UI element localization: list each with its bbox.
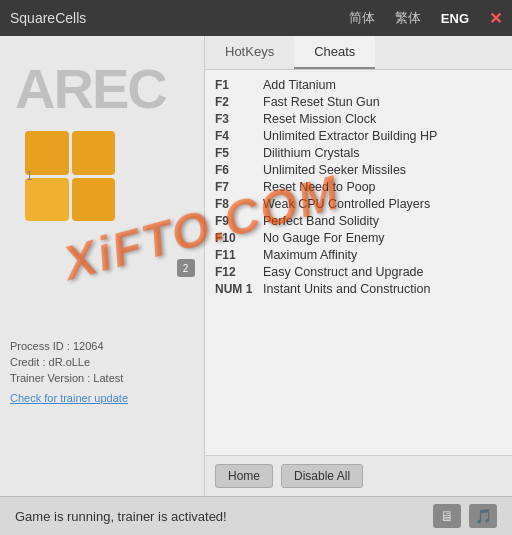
cell-number: 1 [26, 169, 33, 183]
cheat-key: F12 [215, 265, 263, 279]
game-logo: AREC [15, 56, 166, 121]
credit: Credit : dR.oLLe [10, 356, 128, 368]
icon-cell-2: 2 [72, 131, 116, 175]
tab-cheats[interactable]: Cheats [294, 36, 375, 69]
cheat-item[interactable]: F11Maximum Affinity [215, 248, 502, 262]
game-icon: 2 [25, 131, 115, 221]
cheat-item[interactable]: F6Unlimited Seeker Missiles [215, 163, 502, 177]
close-button[interactable]: ✕ [489, 9, 502, 28]
tab-bar: HotKeys Cheats [205, 36, 512, 70]
cheat-name: Fast Reset Stun Gun [263, 95, 380, 109]
cheat-key: F7 [215, 180, 263, 194]
cheat-item[interactable]: F8Weak CPU Controlled Players [215, 197, 502, 211]
status-icons: 🖥 🎵 [433, 504, 497, 528]
cheat-name: Maximum Affinity [263, 248, 357, 262]
cheat-key: F11 [215, 248, 263, 262]
cheat-name: Dilithium Crystals [263, 146, 360, 160]
status-bar: Game is running, trainer is activated! 🖥… [0, 496, 512, 535]
cheat-name: Reset Mission Clock [263, 112, 376, 126]
status-text: Game is running, trainer is activated! [15, 509, 227, 524]
cheat-name: Perfect Band Solidity [263, 214, 379, 228]
cheat-item[interactable]: NUM 1Instant Units and Construction [215, 282, 502, 296]
process-info: Process ID : 12064 Credit : dR.oLLe Trai… [10, 340, 128, 406]
cheat-key: F2 [215, 95, 263, 109]
cheat-key: F1 [215, 78, 263, 92]
icon-badge: 2 [177, 259, 195, 277]
cheat-name: Easy Construct and Upgrade [263, 265, 424, 279]
cheat-name: Instant Units and Construction [263, 282, 430, 296]
icon-cell-3 [25, 178, 69, 222]
left-panel: AREC 2 1 Process ID : 12064 Credit : dR.… [0, 36, 205, 496]
music-icon[interactable]: 🎵 [469, 504, 497, 528]
disable-all-button[interactable]: Disable All [281, 464, 363, 488]
main-content: AREC 2 1 Process ID : 12064 Credit : dR.… [0, 36, 512, 496]
cheat-item[interactable]: F12Easy Construct and Upgrade [215, 265, 502, 279]
cheat-key: F4 [215, 129, 263, 143]
update-link[interactable]: Check for trainer update [10, 392, 128, 404]
cheat-name: Reset Need to Poop [263, 180, 376, 194]
cheat-name: No Gauge For Enemy [263, 231, 385, 245]
cheat-list: F1Add TitaniumF2Fast Reset Stun GunF3Res… [205, 70, 512, 455]
cheat-item[interactable]: F5Dilithium Crystals [215, 146, 502, 160]
cheat-item[interactable]: F3Reset Mission Clock [215, 112, 502, 126]
trainer-version: Trainer Version : Latest [10, 372, 128, 384]
icon-cell-4 [72, 178, 116, 222]
home-button[interactable]: Home [215, 464, 273, 488]
cheat-key: F10 [215, 231, 263, 245]
tab-hotkeys[interactable]: HotKeys [205, 36, 294, 69]
right-panel: HotKeys Cheats F1Add TitaniumF2Fast Rese… [205, 36, 512, 496]
cheat-item[interactable]: F2Fast Reset Stun Gun [215, 95, 502, 109]
cheat-name: Unlimited Extractor Building HP [263, 129, 437, 143]
cheat-key: F9 [215, 214, 263, 228]
cheat-name: Weak CPU Controlled Players [263, 197, 430, 211]
cheat-item[interactable]: F1Add Titanium [215, 78, 502, 92]
cheat-key: NUM 1 [215, 282, 263, 296]
buttons-row: Home Disable All [205, 455, 512, 496]
app-title: SquareCells [10, 10, 345, 26]
lang-bar: 简体 繁体 ENG ✕ [345, 7, 502, 29]
cheat-key: F5 [215, 146, 263, 160]
cheat-item[interactable]: F9Perfect Band Solidity [215, 214, 502, 228]
title-bar: SquareCells 简体 繁体 ENG ✕ [0, 0, 512, 36]
cheat-key: F3 [215, 112, 263, 126]
cheat-name: Add Titanium [263, 78, 336, 92]
cheat-name: Unlimited Seeker Missiles [263, 163, 406, 177]
cheat-item[interactable]: F4Unlimited Extractor Building HP [215, 129, 502, 143]
cheat-item[interactable]: F7Reset Need to Poop [215, 180, 502, 194]
process-id: Process ID : 12064 [10, 340, 128, 352]
lang-simplified[interactable]: 简体 [345, 7, 379, 29]
lang-traditional[interactable]: 繁体 [391, 7, 425, 29]
cheat-key: F6 [215, 163, 263, 177]
monitor-icon[interactable]: 🖥 [433, 504, 461, 528]
lang-english[interactable]: ENG [437, 9, 473, 28]
cheat-item[interactable]: F10No Gauge For Enemy [215, 231, 502, 245]
icon-cell-1 [25, 131, 69, 175]
cheat-key: F8 [215, 197, 263, 211]
